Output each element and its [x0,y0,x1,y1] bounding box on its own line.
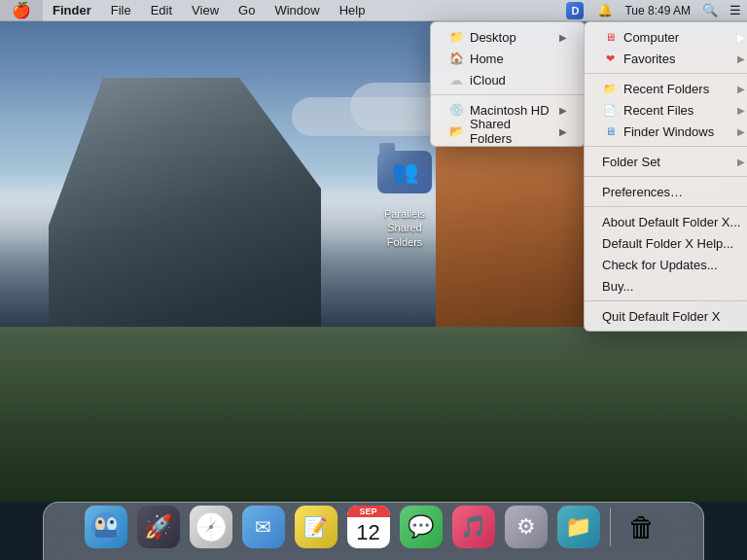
dock-trash[interactable]: 🗑 [619,504,665,550]
go-home[interactable]: 🏠 Home [431,48,585,69]
favorites-label: Favorites [623,52,731,66]
notes-icon: 📝 [295,506,338,548]
submenu-recent-files[interactable]: 📄 Recent Files ▶ [585,99,747,121]
spotlight-icon[interactable]: 🔍 [696,0,724,21]
trash-icon: 🗑 [621,506,663,548]
submenu-folder-set[interactable]: Folder Set ▶ [585,151,747,172]
help-label: Default Folder X Help... [602,236,745,251]
submenu-preferences[interactable]: Preferences… [585,181,747,202]
icloud-icon-menu: ☁ [448,72,464,88]
go-icloud-label: iCloud [470,73,567,88]
svg-point-4 [98,520,102,524]
submenu-quit[interactable]: Quit Default Folder X [585,305,747,327]
recent-folders-arrow: ▶ [737,84,745,94]
notification-icon[interactable]: 🔔 [591,0,619,21]
valley-floor [0,327,747,502]
dock-launchpad[interactable]: 🚀 [135,504,182,550]
computer-submenu: 🖥 Computer ▶ ❤ Favorites ▶ 📁 Recent Fold… [584,21,747,332]
dock-divider [610,508,611,546]
go-desktop[interactable]: 📁 Desktop ▶ [431,26,585,48]
dock-messages[interactable]: 💬 [398,504,445,550]
go-menu-dropdown: 📁 Desktop ▶ 🏠 Home ☁ iCloud 💿 Macintosh … [430,21,586,147]
hd-arrow: ▶ [559,105,567,116]
finder-menu[interactable]: Finder [43,0,101,21]
submenu-about[interactable]: About Default Folder X... [585,211,747,232]
dock-safari[interactable] [188,504,234,550]
submenu-favorites[interactable]: ❤ Favorites ▶ [585,48,747,69]
go-home-label: Home [470,52,567,66]
apple-menu[interactable]: 🍎 [0,0,43,21]
dock-mail[interactable]: ✉ [240,504,287,550]
dock-items: 🚀 [71,504,677,556]
dock-notes[interactable]: 📝 [293,504,339,550]
calendar-day: 12 [347,517,390,548]
menubar-left: 🍎 Finder File Edit View Go Window Help [0,0,374,21]
home-icon-menu: 🏠 [448,51,464,66]
svg-point-5 [110,520,114,524]
help-menu[interactable]: Help [330,0,375,21]
recent-files-arrow: ▶ [737,105,745,116]
dock-music[interactable]: 🎵 [450,504,497,550]
finder-icon [85,506,127,548]
recent-folders-icon: 📁 [602,81,618,96]
parallels-icon-label: Parallels SharedFolders [366,207,444,249]
computer-arrow: ▶ [737,32,745,43]
menubar-right: D 🔔 Tue 8:49 AM 🔍 ☰ [560,0,747,21]
sub-sep-5 [585,300,747,301]
hd-icon-menu: 💿 [448,102,464,118]
go-separator-1 [431,94,585,95]
go-menu-item[interactable]: Go [229,0,265,21]
dfx-menu-icon[interactable]: D [560,0,591,21]
go-hd-label: Macintosh HD [470,103,553,118]
submenu-check-updates[interactable]: Check for Updates... [585,254,747,275]
parallels-shared-folders-icon[interactable]: 👥 Parallels SharedFolders [366,141,444,249]
mail-icon: ✉ [242,506,285,548]
submenu-recent-folders[interactable]: 📁 Recent Folders ▶ [585,78,747,99]
folder-set-arrow: ▶ [737,157,745,167]
finder-windows-label: Finder Windows [623,124,731,139]
music-icon: 🎵 [452,506,495,548]
calendar-icon: SEP 12 [347,506,390,548]
recent-folders-label: Recent Folders [623,82,731,96]
go-icloud[interactable]: ☁ iCloud [431,69,585,90]
edit-menu[interactable]: Edit [141,0,182,21]
svg-rect-3 [95,530,117,538]
folder-icon-base: 👥 [377,151,432,193]
go-desktop-label: Desktop [470,30,553,45]
preferences-label: Preferences… [602,185,745,199]
dock-system-prefs[interactable]: ⚙ [503,504,550,550]
window-menu[interactable]: Window [265,0,329,21]
system-prefs-icon: ⚙ [505,506,548,548]
submenu-help[interactable]: Default Folder X Help... [585,232,747,254]
dock-finder[interactable] [83,504,129,550]
quit-label: Quit Default Folder X [602,309,745,324]
icon-graphic: 👥 [374,141,436,203]
go-shared-label: Shared Folders [470,117,553,146]
desktop-arrow: ▶ [559,32,567,43]
svg-point-12 [209,525,213,529]
desktop: 🍎 Finder File Edit View Go Window Help D… [0,0,747,560]
go-shared-folders[interactable]: 📂 Shared Folders ▶ [431,121,585,142]
favorites-icon: ❤ [602,51,618,66]
dfx-icon: D [566,2,584,19]
launchpad-icon: 🚀 [137,506,180,548]
submenu-buy[interactable]: Buy... [585,275,747,297]
finder-windows-icon: 🖥 [602,123,618,139]
submenu-computer[interactable]: 🖥 Computer ▶ [585,26,747,48]
folder-set-label: Folder Set [602,155,731,169]
folder-dock-icon: 📁 [557,506,600,548]
file-menu[interactable]: File [101,0,141,21]
dock-folder[interactable]: 📁 [555,504,602,550]
notification-center-icon[interactable]: ☰ [724,0,747,21]
submenu-finder-windows[interactable]: 🖥 Finder Windows ▶ [585,121,747,142]
recent-files-label: Recent Files [623,103,731,118]
dock-calendar[interactable]: SEP 12 [345,504,392,550]
about-label: About Default Folder X... [602,215,745,229]
view-menu[interactable]: View [182,0,229,21]
sub-sep-4 [585,206,747,207]
sub-sep-2 [585,146,747,147]
check-updates-label: Check for Updates... [602,258,745,272]
finder-windows-arrow: ▶ [737,126,745,137]
people-icon: 👥 [392,159,418,185]
desktop-icon-menu: 📁 [448,29,464,45]
